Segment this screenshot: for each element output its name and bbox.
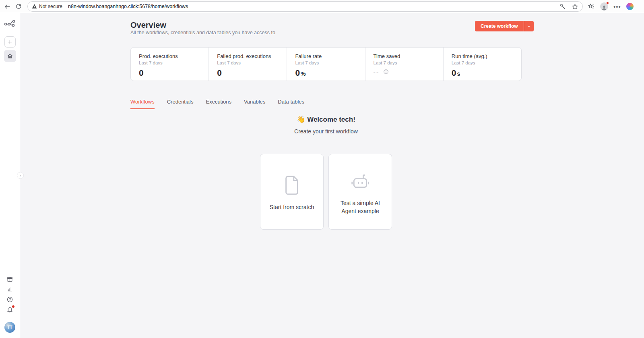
security-indicator[interactable]: Not secure (32, 4, 62, 9)
collections-icon[interactable] (588, 3, 595, 10)
blank-file-icon (283, 172, 301, 198)
sidebar-collapse-toggle[interactable]: › (17, 172, 24, 179)
stats-panel: Prod. executions Last 7 days 0 Failed pr… (130, 47, 522, 81)
page-title: Overview (130, 21, 166, 30)
sidebar-item-overview[interactable] (4, 50, 16, 62)
info-icon[interactable] (383, 69, 389, 75)
ai-agent-example-card[interactable]: Test a simple AI Agent example (328, 154, 392, 230)
stat-label: Prod. executions (139, 53, 208, 59)
back-button[interactable] (2, 1, 13, 12)
create-workflow-button[interactable]: Create workflow (475, 21, 524, 31)
start-from-scratch-label: Start from scratch (270, 203, 314, 211)
password-key-icon[interactable] (559, 3, 566, 10)
create-workflow-dropdown-button[interactable] (524, 21, 534, 31)
tab-workflows[interactable]: Workflows (130, 99, 155, 109)
home-icon (7, 53, 13, 59)
stat-run-time-avg: Run time (avg.) Last 7 days 0s (443, 48, 521, 81)
ai-agent-example-label: Test a simple AI Agent example (336, 199, 384, 216)
tab-data-tables[interactable]: Data tables (278, 99, 304, 109)
browser-toolbar: Not secure n8n-window.hoanganhngo.click:… (0, 0, 644, 13)
stat-value: -- (374, 68, 443, 75)
stat-failure-rate: Failure rate Last 7 days 0% (287, 48, 365, 81)
page-subtitle: All the workflows, credentials and data … (130, 30, 275, 35)
tab-credentials[interactable]: Credentials (167, 99, 194, 109)
templates-package-icon (6, 276, 13, 283)
back-icon (4, 3, 11, 10)
copilot-icon[interactable] (626, 3, 634, 10)
empty-state: 👋 Welcome tech! Create your first workfl… (130, 115, 522, 230)
sidebar: TT › (0, 13, 20, 338)
sidebar-item-insights[interactable] (5, 284, 15, 294)
stat-prod-executions: Prod. executions Last 7 days 0 (131, 48, 208, 81)
app-window: TT › Overview All the workflows, credent… (0, 13, 644, 338)
refresh-button[interactable] (13, 1, 24, 12)
help-icon (6, 296, 13, 303)
profile-notification-dot (606, 2, 609, 4)
welcome-subtitle: Create your first workflow (130, 128, 522, 135)
n8n-logo-icon[interactable] (4, 19, 16, 29)
not-secure-warning-icon (32, 4, 37, 9)
user-avatar[interactable]: TT (4, 322, 15, 333)
sidebar-item-templates[interactable] (5, 274, 15, 284)
stat-period: Last 7 days (374, 60, 443, 65)
stat-label: Time saved (374, 53, 443, 59)
start-from-scratch-card[interactable]: Start from scratch (260, 154, 324, 230)
browser-menu-button[interactable]: ••• (613, 3, 621, 10)
stat-value: 0% (295, 68, 365, 78)
sidebar-item-help[interactable] (5, 294, 15, 304)
favorite-star-icon[interactable] (572, 3, 578, 10)
stat-label: Failure rate (295, 53, 365, 59)
tab-executions[interactable]: Executions (206, 99, 231, 109)
plus-icon (7, 39, 12, 45)
url-text[interactable]: n8n-window.hoanganhngo.click:5678/home/w… (68, 4, 559, 9)
starter-cards: Start from scratch Test a simple A (130, 154, 522, 230)
stat-value: 0s (452, 68, 521, 78)
stat-period: Last 7 days (295, 60, 365, 65)
welcome-heading: 👋 Welcome tech! (130, 115, 522, 124)
refresh-icon (15, 3, 22, 10)
tab-variables[interactable]: Variables (244, 99, 265, 109)
create-workflow-split-button: Create workflow (475, 21, 534, 31)
stat-period: Last 7 days (217, 60, 287, 65)
stat-label: Run time (avg.) (452, 53, 521, 59)
stat-label: Failed prod. executions (217, 53, 287, 59)
security-label: Not secure (39, 4, 62, 9)
insights-chart-icon (6, 286, 13, 293)
sidebar-divider (0, 318, 20, 318)
stat-value: 0 (139, 68, 208, 78)
add-workflow-button[interactable] (4, 36, 16, 48)
stat-period: Last 7 days (452, 60, 521, 65)
address-bar[interactable]: Not secure n8n-window.hoanganhngo.click:… (27, 1, 583, 12)
chevron-down-icon (527, 24, 531, 28)
robot-icon (351, 168, 370, 194)
stat-time-saved: Time saved Last 7 days -- (365, 48, 443, 81)
browser-profile-button[interactable] (600, 2, 608, 10)
stat-failed-prod-executions: Failed prod. executions Last 7 days 0 (208, 48, 287, 81)
sidebar-item-whats-new[interactable] (5, 305, 15, 314)
resource-tabs: Workflows Credentials Executions Variabl… (130, 99, 304, 109)
main-content: Overview All the workflows, credentials … (20, 13, 644, 338)
stat-period: Last 7 days (139, 60, 208, 65)
stat-value: 0 (217, 68, 287, 78)
whats-new-notification-dot (12, 305, 14, 308)
wave-emoji: 👋 (297, 116, 305, 123)
